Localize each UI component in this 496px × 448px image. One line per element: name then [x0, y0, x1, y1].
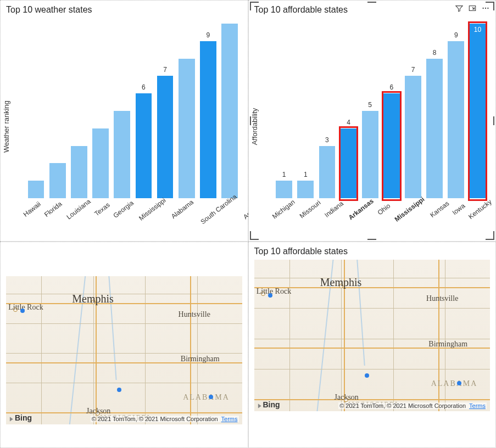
category-label: Mississippi — [393, 195, 437, 237]
bar[interactable]: 10 — [470, 24, 486, 198]
bar-value-label: 5 — [368, 101, 372, 109]
map-city-huntsville: Huntsville — [426, 294, 458, 303]
affordable-y-axis-label: Affordability — [250, 108, 258, 145]
bar-col[interactable]: 7 — [403, 24, 423, 198]
more-options-icon[interactable] — [481, 4, 490, 13]
bar-value-label: 9 — [206, 31, 210, 39]
bar-col[interactable] — [219, 24, 239, 198]
bar-col[interactable]: 3 — [317, 24, 337, 198]
bar-value-label: 4 — [347, 119, 350, 126]
bar[interactable]: 6 — [136, 93, 152, 198]
bar-col[interactable] — [112, 24, 132, 198]
bar[interactable]: 7 — [157, 76, 174, 198]
weather-chart: Weather ranking 679 HawaiiFloridaLouisia… — [6, 18, 242, 227]
svg-point-2 — [485, 8, 486, 9]
map-data-point[interactable] — [457, 381, 461, 385]
bar-col[interactable]: 5 — [360, 24, 380, 198]
bar-col[interactable]: 6 — [381, 24, 402, 198]
bar[interactable]: 4 — [341, 128, 357, 198]
bar[interactable]: 5 — [362, 111, 378, 198]
bar-col[interactable]: 9 — [198, 24, 218, 198]
bar[interactable]: 1 — [297, 181, 314, 198]
bar[interactable] — [71, 146, 87, 198]
category-label: Kentucky — [467, 198, 496, 234]
map-city-birmingham: Birmingham — [181, 355, 220, 363]
bar[interactable]: 3 — [319, 146, 336, 198]
bar-col[interactable]: 7 — [155, 24, 175, 198]
weather-map[interactable]: MemphisLittle RockHuntsvilleBirminghamJa… — [6, 276, 242, 424]
map-city-littlerock: Little Rock — [257, 287, 291, 296]
svg-point-3 — [487, 8, 488, 9]
affordable-map-title: Top 10 affordable states — [254, 247, 491, 256]
category-label: South Carolina — [199, 193, 249, 239]
map-state-alabama: ALABAMA — [183, 393, 230, 402]
affordable-map[interactable]: MemphisLittle RockHuntsvilleBirminghamJa… — [254, 260, 491, 411]
bar[interactable]: 9 — [448, 41, 464, 198]
map-city-memphis: Memphis — [72, 293, 114, 305]
weather-map-tile[interactable]: MemphisLittle RockHuntsvilleBirminghamJa… — [0, 242, 248, 448]
map-data-point[interactable] — [20, 309, 25, 313]
bing-logo: Bing — [9, 413, 32, 422]
map-city-huntsville: Huntsville — [179, 310, 210, 319]
bar-col[interactable]: 8 — [425, 24, 445, 198]
map-city-memphis: Memphis — [320, 276, 362, 289]
affordable-map-tile[interactable]: Top 10 affordable states MemphisLittle R… — [248, 242, 497, 448]
bar-value-label: 10 — [474, 26, 481, 33]
bar-col[interactable]: 9 — [446, 24, 466, 198]
bar[interactable]: 6 — [383, 93, 400, 198]
bing-logo: Bing — [258, 400, 280, 409]
bar-col[interactable] — [26, 24, 46, 198]
bar-value-label: 1 — [282, 171, 286, 178]
map-terms-link[interactable]: Terms — [469, 402, 486, 409]
bar[interactable] — [221, 24, 238, 198]
map-attribution: © 2021 TomTom, © 2021 Microsoft Corporat… — [91, 416, 239, 422]
map-data-point[interactable] — [365, 373, 369, 378]
bar[interactable]: 1 — [276, 181, 292, 198]
bar-value-label: 6 — [390, 83, 394, 91]
map-data-point[interactable] — [117, 388, 121, 392]
bar-value-label: 9 — [454, 31, 458, 39]
weather-y-axis-label: Weather ranking — [2, 100, 10, 153]
bar[interactable]: 9 — [200, 41, 216, 198]
visual-header-actions — [455, 4, 490, 13]
map-data-point[interactable] — [268, 293, 272, 298]
focus-mode-icon[interactable] — [468, 4, 477, 13]
bar-col[interactable]: 4 — [338, 24, 359, 198]
bar[interactable] — [28, 181, 44, 198]
bar-value-label: 7 — [163, 66, 167, 74]
map-city-birmingham: Birmingham — [428, 340, 467, 349]
bar[interactable] — [179, 59, 195, 198]
bar-col[interactable]: 6 — [133, 24, 154, 198]
bar-col[interactable]: 1 — [296, 24, 316, 198]
bar-value-label: 6 — [142, 83, 146, 91]
category-label: Alabama — [170, 198, 206, 234]
map-attribution: © 2021 TomTom, © 2021 Microsoft Corporat… — [338, 402, 487, 409]
bar-value-label: 7 — [411, 66, 415, 74]
map-city-littlerock: Little Rock — [8, 303, 43, 312]
bar[interactable] — [114, 111, 130, 198]
bar-value-label: 8 — [433, 49, 437, 57]
bar-col[interactable]: 10 — [467, 24, 488, 198]
weather-chart-tile[interactable]: Top 10 weather states Weather ranking 67… — [0, 0, 248, 242]
affordable-chart-tile[interactable]: Top 10 affordable states Affordability 1… — [248, 0, 497, 242]
svg-point-1 — [482, 8, 483, 9]
weather-chart-title: Top 10 weather states — [6, 5, 242, 15]
bar[interactable]: 8 — [426, 59, 443, 198]
map-state-alabama: ALABAMA — [431, 379, 478, 388]
bar-value-label: 1 — [304, 171, 308, 178]
affordable-chart: Affordability 11345678910 MichiganMissou… — [254, 18, 491, 227]
bar-col[interactable] — [176, 24, 197, 198]
bar-col[interactable] — [90, 24, 110, 198]
bar-col[interactable] — [47, 24, 68, 198]
bar-col[interactable] — [69, 24, 89, 198]
bar[interactable] — [92, 128, 109, 198]
map-terms-link[interactable]: Terms — [221, 416, 238, 422]
report-grid: Top 10 weather states Weather ranking 67… — [0, 0, 496, 448]
bar-value-label: 3 — [325, 136, 329, 144]
bar[interactable] — [49, 163, 66, 198]
filter-icon[interactable] — [455, 4, 464, 13]
category-label: Arkansas — [347, 197, 386, 236]
bar[interactable]: 7 — [405, 76, 421, 198]
bar-col[interactable]: 1 — [274, 24, 294, 198]
